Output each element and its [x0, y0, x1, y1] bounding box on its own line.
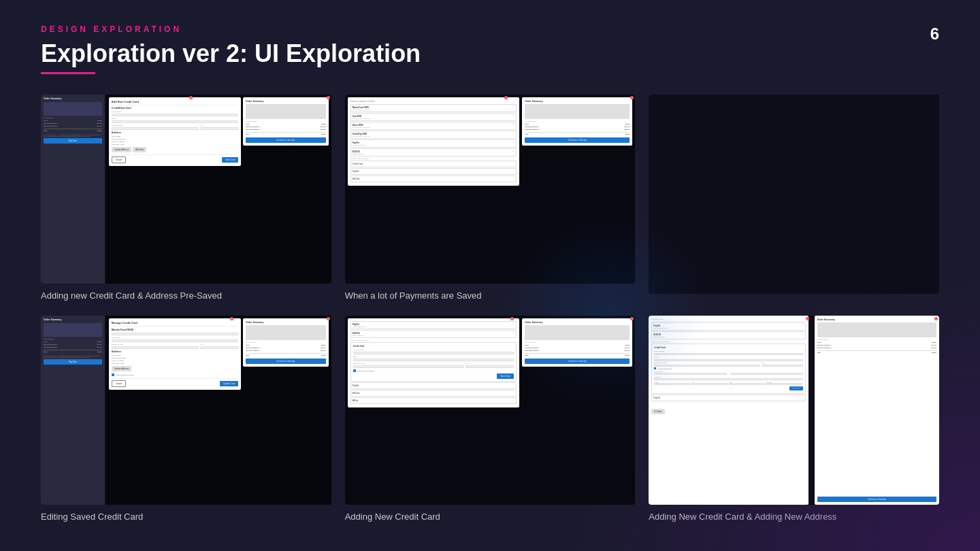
screen-label-6: Adding New Credit Card & Adding New Addr… [649, 510, 939, 523]
screen-preview-3 [649, 95, 939, 294]
page-title: Exploration ver 2: UI Exploration [41, 39, 939, 68]
screen-label-2: When a lot of Payments are Saved [345, 289, 636, 302]
page-number: 6 [930, 24, 939, 44]
screen-cell-4: Order Summary Product Name Price$9999 Di… [41, 316, 331, 523]
screen-cell-3 [649, 95, 939, 302]
header: DESIGN EXPLORATION Exploration ver 2: UI… [0, 0, 980, 88]
screen-cell-1: Order Summary Product Name Price$9999 Di… [41, 95, 331, 302]
screen-preview-6: scrolled by user PayPal your.email@email… [649, 316, 939, 505]
screen-cell-6: scrolled by user PayPal your.email@email… [649, 316, 939, 523]
screen-preview-1: Order Summary Product Name Price$9999 Di… [41, 95, 331, 284]
screen-label-5: Adding New Credit Card [345, 510, 636, 523]
screen-label-3 [649, 299, 939, 302]
screen-label-1: Adding new Credit Card & Address Pre-Sav… [41, 289, 331, 302]
screen-preview-4: Order Summary Product Name Price$9999 Di… [41, 316, 331, 505]
design-exploration-label: DESIGN EXPLORATION [41, 24, 939, 34]
screen-preview-5: PayPal your.email@email.com ≡ × $120.50 … [345, 316, 636, 505]
screen-cell-2: Choose a payment method MasterCard 0000 … [345, 95, 636, 302]
title-underline [41, 72, 95, 74]
screen-preview-2: Choose a payment method MasterCard 0000 … [345, 95, 636, 284]
screen-cell-5: PayPal your.email@email.com ≡ × $120.50 … [345, 316, 636, 523]
screens-grid: Order Summary Product Name Price$9999 Di… [0, 88, 980, 530]
screen-label-4: Editing Saved Credit Card [41, 510, 331, 523]
